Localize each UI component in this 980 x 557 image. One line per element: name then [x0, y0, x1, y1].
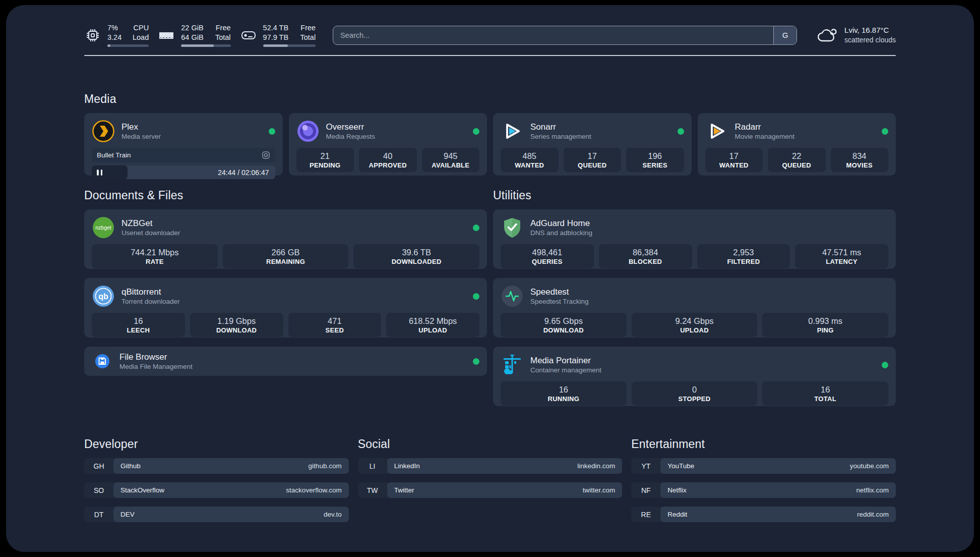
nzbget-card[interactable]: nzbget NZBGet Usenet downloader 744.21 M…	[84, 209, 487, 269]
link-tag: DT	[84, 507, 113, 522]
link-tag: GH	[84, 458, 113, 474]
social-section: Social LILinkedInlinkedin.comTWTwittertw…	[358, 437, 623, 522]
social-links: LILinkedInlinkedin.comTWTwittertwitter.c…	[358, 458, 623, 498]
stat-label: SEED	[326, 326, 344, 334]
app-description: DNS and adblocking	[530, 229, 592, 238]
stat-label: MOVIES	[846, 161, 873, 169]
storage-progress-fill	[263, 44, 288, 47]
stat-value: 16	[821, 385, 830, 395]
bookmark-link-dev[interactable]: DTDEVdev.to	[84, 507, 349, 522]
cpu-load-label: Load	[130, 33, 149, 42]
utilities-column: Utilities AdGuard Home D	[493, 189, 896, 406]
bookmark-link-twitter[interactable]: TWTwittertwitter.com	[358, 482, 623, 498]
stat-label: BLOCKED	[629, 258, 662, 265]
plex-card[interactable]: Plex Media server Bullet Train	[84, 113, 283, 176]
stat-box: 16LEECH	[92, 313, 185, 337]
status-dot	[269, 128, 275, 135]
stat-box: 17QUEUED	[564, 148, 622, 172]
link-tag: RE	[631, 507, 660, 522]
link-name: Reddit	[667, 511, 687, 518]
plex-icon	[92, 120, 115, 143]
section-title-media: Media	[84, 92, 896, 106]
portainer-card[interactable]: Media Portainer Container management 16R…	[493, 347, 896, 406]
memory-total-value: 64 GiB	[181, 33, 203, 42]
cpu-stat: 7% 3.24 CPU Load	[84, 23, 149, 47]
weather-widget[interactable]: Lviv, 16.87°C scattered clouds	[816, 25, 896, 45]
storage-total-value: 97.9 TB	[263, 33, 289, 42]
svg-text:nzbget: nzbget	[95, 225, 111, 231]
radarr-stats: 17WANTED22QUEUED834MOVIES	[705, 148, 889, 172]
stat-label: RATE	[146, 258, 164, 265]
portainer-icon	[501, 353, 524, 376]
bookmark-link-netflix[interactable]: NFNetflixnetflix.com	[631, 482, 896, 498]
stat-box: 22QUEUED	[768, 148, 826, 172]
stat-box: 744.21 MbpsRATE	[92, 244, 218, 268]
adguard-card[interactable]: AdGuard Home DNS and adblocking 498,461Q…	[493, 209, 896, 269]
plex-now-playing: Bullet Train 24:44 / 02:06:47	[92, 148, 275, 179]
link-tag: TW	[358, 482, 387, 498]
link-name: YouTube	[667, 462, 694, 470]
stat-box: 945AVAILABLE	[422, 148, 480, 172]
stat-label: QUEUED	[578, 161, 606, 169]
link-name: StackOverflow	[120, 486, 164, 494]
now-playing-title: Bullet Train	[97, 151, 131, 159]
stat-box: 266 GBREMAINING	[223, 244, 349, 268]
stat-label: AVAILABLE	[432, 161, 469, 169]
memory-free-value: 22 GiB	[181, 23, 203, 33]
status-dot	[473, 128, 479, 135]
link-url: youtube.com	[850, 462, 889, 470]
link-tag: YT	[631, 458, 660, 474]
app-description: Container management	[530, 366, 601, 375]
stat-box: 618.52 MbpsUPLOAD	[386, 313, 479, 337]
playback-progress-bar[interactable]: 24:44 / 02:06:47	[92, 165, 275, 179]
stat-value: 945	[444, 151, 458, 161]
stat-box: 1.19 GbpsDOWNLOAD	[190, 313, 283, 337]
bookmark-link-reddit[interactable]: RERedditreddit.com	[631, 507, 896, 522]
stat-box: 471SEED	[288, 313, 382, 337]
app-description: Movie management	[735, 132, 795, 141]
bookmark-link-linkedin[interactable]: LILinkedInlinkedin.com	[358, 458, 623, 474]
weather-condition: scattered clouds	[844, 35, 896, 45]
search-input[interactable]	[333, 31, 773, 39]
link-name: DEV	[120, 511, 135, 518]
stat-box: 39.6 TBDOWNLOADED	[353, 244, 479, 268]
stat-label: REMAINING	[266, 258, 305, 265]
app-title: Sonarr	[530, 122, 591, 132]
status-dot	[882, 362, 888, 368]
adguard-stats: 498,461QUERIES86,384BLOCKED2,953FILTERED…	[501, 244, 888, 268]
link-pill: Twittertwitter.com	[387, 482, 623, 498]
speedtest-card[interactable]: Speedtest Speedtest Tracking 9.65 GbpsDO…	[493, 278, 896, 338]
system-stats: 7% 3.24 CPU Load	[84, 23, 316, 47]
bookmark-link-github[interactable]: GHGithubgithub.com	[84, 458, 349, 474]
sonarr-icon	[501, 120, 524, 143]
entertainment-links: YTYouTubeyoutube.comNFNetflixnetflix.com…	[631, 458, 896, 522]
playback-time: 24:44 / 02:06:47	[218, 169, 269, 177]
radarr-card[interactable]: Radarr Movie management 17WANTED22QUEUED…	[698, 113, 896, 176]
link-name: Github	[120, 462, 141, 470]
sonarr-card[interactable]: Sonarr Series management 485WANTED17QUEU…	[493, 113, 692, 176]
stat-value: 16	[134, 316, 143, 326]
stat-label: UPLOAD	[418, 326, 447, 334]
media-grid: Plex Media server Bullet Train	[84, 113, 896, 176]
speedtest-stats: 9.65 GbpsDOWNLOAD9.24 GbpsUPLOAD0.993 ms…	[501, 313, 888, 337]
app-description: Torrent downloader	[121, 297, 180, 306]
memory-free-label: Free	[212, 23, 231, 33]
developer-section: Developer GHGithubgithub.comSOStackOverf…	[84, 437, 349, 522]
svg-text:qb: qb	[98, 292, 108, 301]
stat-box: 16RUNNING	[501, 381, 627, 406]
search-engine-button[interactable]: G	[773, 26, 797, 44]
bookmark-link-youtube[interactable]: YTYouTubeyoutube.com	[631, 458, 896, 474]
link-name: LinkedIn	[394, 462, 420, 470]
player-settings-icon[interactable]	[262, 151, 270, 159]
link-pill: Redditreddit.com	[660, 507, 896, 522]
stat-box: 21PENDING	[296, 148, 354, 172]
status-dot	[473, 358, 479, 365]
status-dot	[473, 225, 479, 231]
qbittorrent-card[interactable]: qb qBittorrent Torrent downloader 16LEEC…	[84, 278, 487, 338]
stat-label: WANTED	[515, 161, 544, 169]
link-tag: LI	[358, 458, 387, 474]
overseerr-card[interactable]: Overseerr Media Requests 21PENDING40APPR…	[289, 113, 487, 176]
filebrowser-card[interactable]: File Browser Media File Management	[84, 347, 487, 376]
link-url: dev.to	[324, 511, 342, 518]
bookmark-link-stackoverflow[interactable]: SOStackOverflowstackoverflow.com	[84, 482, 349, 498]
